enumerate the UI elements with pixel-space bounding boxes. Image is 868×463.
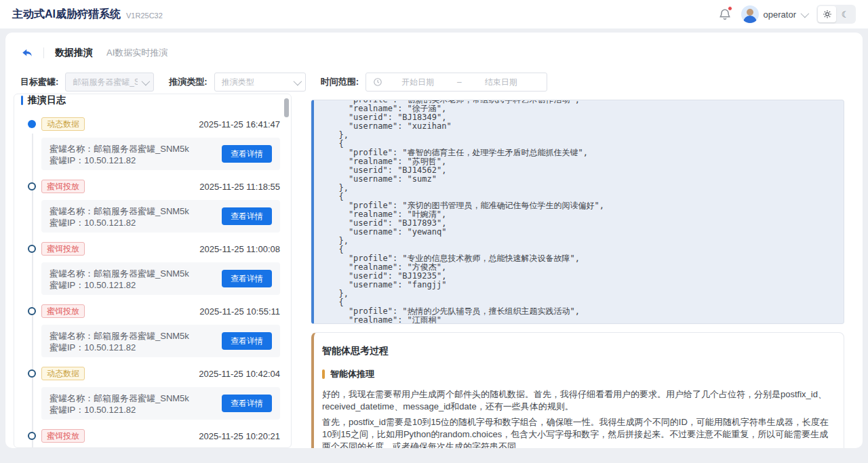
end-date-placeholder: 结束日期 <box>485 77 517 88</box>
section-accent-bar <box>322 369 325 379</box>
timeline-dot <box>28 182 36 190</box>
timeline-item-header: 动态数据 2025-11-25 16:41:47 <box>41 117 280 131</box>
timeline-item-header: 蜜饵投放 2025-11-25 10:55:11 <box>41 304 280 318</box>
code-line: "realname": "江雨桐" <box>329 316 844 324</box>
timeline-item-header: 蜜饵投放 2025-11-25 10:20:21 <box>41 429 280 443</box>
view-details-button[interactable]: 查看详情 <box>222 332 272 350</box>
json-code-block: "profile": "创新的美术老师，常组织跨学科艺术创作活动", "real… <box>314 100 844 324</box>
account-menu[interactable]: operator <box>741 5 807 23</box>
timeline-item: 蜜饵投放 2025-11-25 11:00:08 蜜罐名称：邮箱服务器蜜罐_SN… <box>41 242 280 295</box>
event-timestamp: 2025-11-25 10:55:11 <box>199 306 280 317</box>
timeline-dot <box>28 307 36 315</box>
target-honeypot-select[interactable]: 邮箱服务器蜜罐_SNM5k <box>65 73 154 92</box>
account-name: operator <box>764 9 796 20</box>
event-type-badge: 动态数据 <box>41 367 85 380</box>
notification-dot <box>728 6 732 11</box>
event-type-badge: 蜜饵投放 <box>41 242 85 256</box>
timeline-item: 蜜饵投放 2025-11-25 11:18:55 蜜罐名称：邮箱服务器蜜罐_SN… <box>41 180 280 233</box>
moon-icon: ☾ <box>842 9 850 20</box>
range-separator: – <box>457 77 462 87</box>
deduction-type-select[interactable]: 推演类型 <box>214 73 306 92</box>
timeline-item: 动态数据 2025-11-25 16:41:47 蜜罐名称：邮箱服务器蜜罐_SN… <box>41 117 280 170</box>
event-card: 蜜罐名称：邮箱服务器蜜罐_SNM5k 蜜罐IP：10.50.121.82 查看详… <box>41 200 280 233</box>
log-panel-title: 推演日志 <box>21 94 291 108</box>
code-line: "username": "xuzihan" <box>329 122 844 131</box>
target-honeypot-label: 目标蜜罐: <box>20 76 58 88</box>
app-version: V1R25C32 <box>126 12 163 20</box>
back-button[interactable] <box>20 45 35 60</box>
notification-bell-icon[interactable] <box>718 7 732 21</box>
app-title: 主动式AI威胁狩猎系统 <box>12 7 121 22</box>
code-line: }, <box>329 184 844 193</box>
target-honeypot-value: 邮箱服务器蜜罐_SNM5k <box>73 77 138 88</box>
event-type-badge: 动态数据 <box>41 117 85 131</box>
start-date-placeholder: 开始日期 <box>401 77 434 88</box>
thinking-panel-title: 智能体思考过程 <box>322 345 833 357</box>
event-timestamp: 2025-11-25 10:42:04 <box>199 369 280 379</box>
time-range-label: 时间范围: <box>321 76 359 88</box>
scrollbar-thumb[interactable] <box>284 98 289 117</box>
code-line: "username": "fangjj" <box>329 281 844 289</box>
main-content-card: 数据推演 AI数据实时推演 目标蜜罐: 邮箱服务器蜜罐_SNM5k 推演类型: … <box>5 33 863 448</box>
timeline-dot <box>28 245 36 253</box>
event-type-badge: 蜜饵投放 <box>41 304 85 318</box>
deduction-type-label: 推演类型: <box>169 76 207 88</box>
view-details-button[interactable]: 查看详情 <box>222 207 272 225</box>
chevron-down-icon <box>801 9 810 18</box>
code-line: }, <box>329 131 844 140</box>
timeline-dot <box>28 432 36 440</box>
avatar <box>741 5 759 23</box>
reasoning-paragraph: 好的，我现在需要帮用户生成两个邮件头的随机数据。首先，我得仔细看看用户的要求。用… <box>322 388 833 413</box>
code-line: }, <box>329 289 844 298</box>
timeline: 动态数据 2025-11-25 16:41:47 蜜罐名称：邮箱服务器蜜罐_SN… <box>14 117 280 448</box>
filter-bar: 目标蜜罐: 邮箱服务器蜜罐_SNM5k 推演类型: 推演类型 时间范围: 开始日… <box>5 72 863 92</box>
event-timestamp: 2025-11-25 11:00:08 <box>199 244 280 254</box>
agent-reasoning-header: 智能体推理 <box>322 368 833 380</box>
timeline-item: 蜜饵投放 2025-11-25 10:20:21 蜜罐名称：邮箱服务器蜜罐_SN… <box>41 429 280 448</box>
back-arrow-icon <box>20 47 34 59</box>
code-line: "username": "sumz" <box>329 175 844 184</box>
timeline-item: 动态数据 2025-11-25 10:42:04 蜜罐名称：邮箱服务器蜜罐_SN… <box>41 367 280 420</box>
date-range-picker[interactable]: 开始日期 – 结束日期 <box>366 73 547 92</box>
event-type-badge: 蜜饵投放 <box>41 429 85 443</box>
clock-icon <box>373 77 382 87</box>
divider <box>43 47 44 58</box>
view-details-button[interactable]: 查看详情 <box>222 270 272 287</box>
deduction-type-placeholder: 推演类型 <box>222 77 290 88</box>
view-details-button[interactable]: 查看详情 <box>222 145 272 163</box>
dark-mode-button[interactable]: ☾ <box>836 6 854 22</box>
theme-toggle: ☾ <box>816 5 856 24</box>
header-right: operator ☾ <box>718 5 856 24</box>
code-line: "username": "yewanq" <box>329 228 844 237</box>
section-title: 智能体推理 <box>330 368 374 380</box>
deduction-data-code-panel[interactable]: "profile": "创新的美术老师，常组织跨学科艺术创作活动", "real… <box>311 100 844 324</box>
reasoning-paragraph: 首先，postfix_id需要是10到15位的随机字母和数字组合，确保唯一性。我… <box>322 416 833 448</box>
event-timestamp: 2025-11-25 10:20:21 <box>199 431 280 441</box>
chevron-down-icon <box>293 77 302 85</box>
agent-thinking-panel: 智能体思考过程 智能体推理 好的，我现在需要帮用户生成两个邮件头的随机数据。首先… <box>311 332 844 448</box>
timeline-item-header: 动态数据 2025-11-25 10:42:04 <box>41 367 280 380</box>
app-header: 主动式AI威胁狩猎系统 V1R25C32 operator <box>0 0 868 28</box>
deduction-log-panel: 推演日志 动态数据 2025-11-25 16:41:47 蜜罐名称：邮箱服务器… <box>14 94 292 448</box>
timeline-item-header: 蜜饵投放 2025-11-25 11:18:55 <box>41 180 280 193</box>
timeline-item: 蜜饵投放 2025-11-25 10:55:11 蜜罐名称：邮箱服务器蜜罐_SN… <box>41 304 280 357</box>
event-type-badge: 蜜饵投放 <box>41 180 85 193</box>
event-card: 蜜罐名称：邮箱服务器蜜罐_SNM5k 蜜罐IP：10.50.121.82 查看详… <box>41 138 280 170</box>
event-timestamp: 2025-11-25 16:41:47 <box>199 119 280 129</box>
tab-data-deduction[interactable]: 数据推演 <box>55 47 93 59</box>
event-card: 蜜罐名称：邮箱服务器蜜罐_SNM5k 蜜罐IP：10.50.121.82 查看详… <box>41 262 280 295</box>
timeline-item-header: 蜜饵投放 2025-11-25 11:00:08 <box>41 242 280 256</box>
title-accent-bar <box>21 96 23 105</box>
timeline-dot <box>28 369 36 378</box>
chevron-down-icon <box>142 77 151 85</box>
light-mode-button[interactable] <box>818 6 836 22</box>
event-card: 蜜罐名称：邮箱服务器蜜罐_SNM5k 蜜罐IP：10.50.121.82 查看详… <box>41 387 280 420</box>
view-details-button[interactable]: 查看详情 <box>222 395 272 412</box>
code-line: }, <box>329 237 844 245</box>
sun-icon <box>823 9 832 19</box>
event-timestamp: 2025-11-25 11:18:55 <box>199 182 280 192</box>
timeline-dot <box>28 120 36 128</box>
page-nav: 数据推演 AI数据实时推演 <box>5 39 863 66</box>
event-card: 蜜罐名称：邮箱服务器蜜罐_SNM5k 蜜罐IP：10.50.121.82 查看详… <box>41 325 280 357</box>
tab-ai-realtime-deduction[interactable]: AI数据实时推演 <box>106 47 167 59</box>
